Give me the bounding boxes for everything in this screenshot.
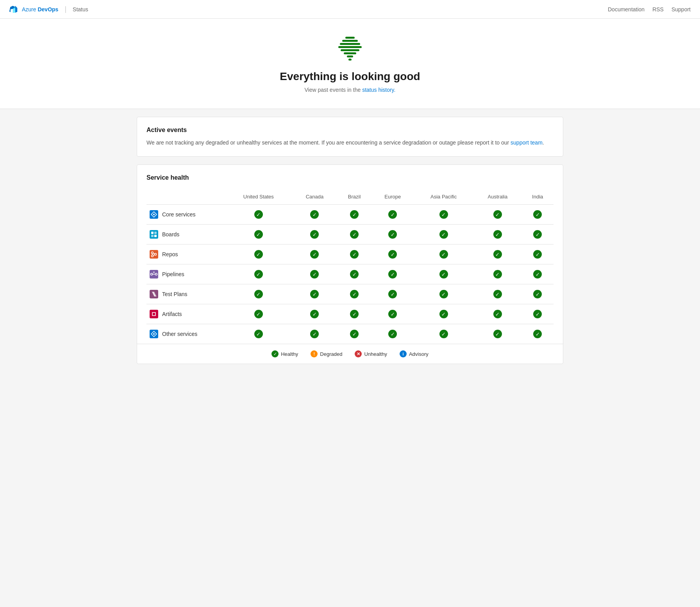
svg-rect-5 [344,52,356,54]
status-cell: ✓ [473,245,521,264]
status-check-icon: ✓ [493,290,502,298]
legend-degraded-label: Degraded [320,351,342,357]
status-check-icon: ✓ [439,310,448,318]
table-row: Artifacts ✓✓✓✓✓✓✓ [146,304,554,324]
svg-point-9 [153,214,155,215]
status-cell: ✓ [225,205,293,225]
service-health-title: Service health [146,174,554,181]
nav-rss-link[interactable]: RSS [652,6,664,12]
header-status-label: Status [73,6,88,12]
logo: Azure DevOps [9,5,58,14]
status-check-icon: ✓ [439,250,448,259]
status-cell: ✓ [372,245,414,264]
svg-rect-2 [340,43,360,45]
active-events-title: Active events [146,127,554,134]
status-check-icon: ✓ [493,230,502,239]
status-cell: ✓ [414,284,474,304]
status-cell: ✓ [473,304,521,324]
svg-rect-11 [151,232,154,234]
status-check-icon: ✓ [388,250,397,259]
active-events-card: Active events We are not tracking any de… [137,117,563,157]
status-cell: ✓ [225,284,293,304]
status-cell: ✓ [372,284,414,304]
main-content: Active events We are not tracking any de… [127,117,573,387]
table-row: Pipelines ✓✓✓✓✓✓✓ [146,264,554,284]
status-check-icon: ✓ [310,290,319,298]
status-check-icon: ✓ [254,270,263,279]
status-cell: ✓ [414,205,474,225]
service-name: Artifacts [150,310,221,318]
status-check-icon: ✓ [310,270,319,279]
nav-documentation-link[interactable]: Documentation [608,6,645,12]
status-check-icon: ✓ [493,270,502,279]
svg-rect-30 [153,313,155,315]
status-check-icon: ✓ [350,330,359,338]
status-check-icon: ✓ [310,330,319,338]
hero-title: Everything is looking good [8,70,692,83]
status-cell: ✓ [521,304,554,324]
status-cell: ✓ [337,225,372,245]
table-row: Core services ✓✓✓✓✓✓✓ [146,205,554,225]
status-cell: ✓ [521,324,554,344]
service-label: Core services [162,211,196,218]
status-check-icon: ✓ [350,310,359,318]
status-check-icon: ✓ [350,250,359,259]
status-check-icon: ✓ [310,250,319,259]
site-header: Azure DevOps | Status Documentation RSS … [0,0,700,19]
status-cell: ✓ [293,225,337,245]
service-icon-artifacts [150,310,158,318]
service-icon-core [150,210,158,219]
status-cell: ✓ [293,264,337,284]
service-name: Core services [150,210,221,219]
nav-support-link[interactable]: Support [671,6,691,12]
status-check-icon: ✓ [388,290,397,298]
service-icon-testplans [150,290,158,298]
svg-rect-6 [347,55,353,57]
service-name-cell: Boards [146,225,225,245]
advisory-icon: i [400,350,407,357]
service-name-cell: Pipelines [146,264,225,284]
service-icon-other [150,330,158,338]
status-check-icon: ✓ [439,290,448,298]
active-events-section: Active events We are not tracking any de… [137,117,563,156]
status-check-icon: ✓ [350,210,359,219]
status-cell: ✓ [372,304,414,324]
status-cell: ✓ [521,284,554,304]
table-header-row: United States Canada Brazil Europe Asia … [146,189,554,205]
status-check-icon: ✓ [310,230,319,239]
hero-heart-icon [334,34,366,62]
active-events-description: We are not tracking any degraded or unhe… [146,138,554,147]
legend-unhealthy-label: Unhealthy [364,351,387,357]
service-label: Boards [162,231,179,237]
col-canada: Canada [293,189,337,205]
status-cell: ✓ [293,205,337,225]
status-cell: ✓ [521,245,554,264]
col-europe: Europe [372,189,414,205]
status-history-link[interactable]: status history. [362,87,395,93]
support-team-link[interactable]: support team [511,139,543,146]
col-service [146,189,225,205]
status-check-icon: ✓ [350,230,359,239]
status-check-icon: ✓ [439,210,448,219]
legend-degraded: ! Degraded [311,350,342,357]
status-check-icon: ✓ [388,230,397,239]
svg-rect-15 [150,250,158,259]
table-row: Repos ✓✓✓✓✓✓✓ [146,245,554,264]
legend-unhealthy: ✕ Unhealthy [355,350,387,357]
service-name: Other services [150,330,221,338]
azure-devops-logo-icon [9,5,19,14]
status-cell: ✓ [225,245,293,264]
status-check-icon: ✓ [533,230,542,239]
status-cell: ✓ [473,284,521,304]
service-health-section: Service health United States Canada Braz… [137,165,563,344]
status-cell: ✓ [372,324,414,344]
status-check-icon: ✓ [533,310,542,318]
status-check-icon: ✓ [350,270,359,279]
service-name-cell: Repos [146,245,225,264]
legend-advisory-label: Advisory [409,351,429,357]
service-name: Boards [150,230,221,239]
status-check-icon: ✓ [254,230,263,239]
status-check-icon: ✓ [493,210,502,219]
status-cell: ✓ [337,284,372,304]
status-cell: ✓ [225,324,293,344]
